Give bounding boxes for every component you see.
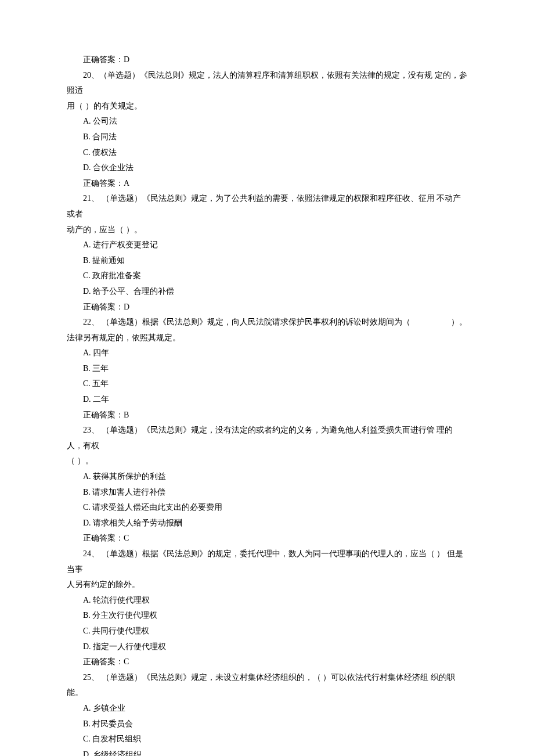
option-d: D. 给予公平、合理的补偿 — [67, 284, 467, 300]
answer-line: 正确答案：D — [67, 300, 467, 315]
option-d: D. 指定一人行使代理权 — [67, 639, 467, 655]
answer-label: 正确答案： — [83, 411, 124, 419]
answer-value: C — [124, 534, 129, 542]
question-text: 根据《民法总则》规定，向人民法院请求保护民事权利的诉讼时效期间为（ ）。 — [142, 318, 467, 326]
question-type: （单选题） — [99, 549, 142, 558]
option-b: B. 村民委员会 — [67, 717, 467, 732]
question-type: （单选题） — [99, 194, 142, 203]
answer-line: 正确答案：C — [67, 531, 467, 546]
answer-line: 正确答案：A — [67, 176, 467, 192]
answer-line: 正确答案：B — [67, 408, 467, 423]
question-stem: 25、 （单选题）《民法总则》规定，未设立村集体经济组织的，（ ）可以依法代行村… — [67, 670, 467, 701]
question-stem: 21、 （单选题）《民法总则》规定，为了公共利益的需要，依照法律规定的权限和程序… — [67, 191, 467, 222]
question-stem-cont: 人另有约定的除外。 — [67, 577, 467, 593]
option-a: A. 获得其所保护的利益 — [67, 469, 467, 485]
answer-value: A — [124, 179, 129, 188]
question-stem: 20、（单选题）《民法总则》规定，法人的清算程序和清算组职权，依照有关法律的规定… — [67, 68, 467, 99]
question-number: 22、 — [83, 318, 99, 326]
question-type: （单选题） — [99, 318, 142, 326]
option-c: C. 五年 — [67, 376, 467, 392]
answer-label: 正确答案： — [83, 657, 124, 666]
question-number: 25、 — [83, 673, 99, 682]
question-number: 21、 — [83, 194, 99, 203]
answer-line: 正确答案：C — [67, 654, 467, 670]
option-c: C. 债权法 — [67, 145, 467, 161]
option-a: A. 乡镇企业 — [67, 701, 467, 717]
option-b: B. 三年 — [67, 361, 467, 377]
question-number: 23、 — [83, 426, 99, 434]
option-d: D. 请求相关人给予劳动报酬 — [67, 516, 467, 531]
question-stem-cont: 用（ ）的有关规定。 — [67, 99, 467, 114]
option-b: B. 请求加害人进行补偿 — [67, 485, 467, 501]
option-a: A. 公司法 — [67, 114, 467, 129]
option-c: C. 请求受益人偿还由此支出的必要费用 — [67, 500, 467, 516]
option-d: D. 合伙企业法 — [67, 160, 467, 176]
question-type: （单选题） — [99, 71, 140, 80]
answer-value: B — [124, 411, 129, 419]
question-stem-cont: （ ）。 — [67, 453, 467, 469]
answer-value: C — [124, 657, 129, 666]
preanswer-line: 正确答案：D — [67, 52, 467, 68]
question-type: （单选题） — [99, 673, 142, 682]
question-type: （单选题） — [99, 426, 142, 434]
option-c: C. 政府批准备案 — [67, 268, 467, 284]
question-stem-cont: 动产的，应当（ ）。 — [67, 222, 467, 238]
option-c: C. 自发村民组织 — [67, 732, 467, 747]
question-stem: 23、 （单选题）《民法总则》规定，没有法定的或者约定的义务，为避免他人利益受损… — [67, 423, 467, 453]
option-b: B. 分主次行使代理权 — [67, 608, 467, 624]
option-a: A. 进行产权变更登记 — [67, 237, 467, 253]
document-page: 正确答案：D 20、（单选题）《民法总则》规定，法人的清算程序和清算组职权，依照… — [0, 0, 534, 756]
option-b: B. 提前通知 — [67, 253, 467, 269]
answer-value: D — [124, 303, 129, 311]
question-number: 20、 — [83, 71, 99, 80]
answer-label: 正确答案： — [83, 534, 124, 542]
answer-value: D — [124, 55, 129, 64]
answer-label: 正确答案： — [83, 55, 124, 64]
option-d: D. 二年 — [67, 392, 467, 408]
question-stem: 24、 （单选题）根据《民法总则》的规定，委托代理中，数人为同一代理事项的代理人… — [67, 546, 467, 577]
option-b: B. 合同法 — [67, 129, 467, 145]
option-a: A. 轮流行使代理权 — [67, 593, 467, 609]
answer-label: 正确答案： — [83, 179, 124, 188]
option-c: C. 共同行使代理权 — [67, 624, 467, 639]
question-stem: 22、 （单选题）根据《民法总则》规定，向人民法院请求保护民事权利的诉讼时效期间… — [67, 315, 467, 330]
option-a: A. 四年 — [67, 345, 467, 361]
answer-label: 正确答案： — [83, 303, 124, 311]
option-d: D. 乡级经济组织 — [67, 747, 467, 756]
question-number: 24、 — [83, 549, 99, 558]
question-stem-cont: 法律另有规定的，依照其规定。 — [67, 330, 467, 346]
